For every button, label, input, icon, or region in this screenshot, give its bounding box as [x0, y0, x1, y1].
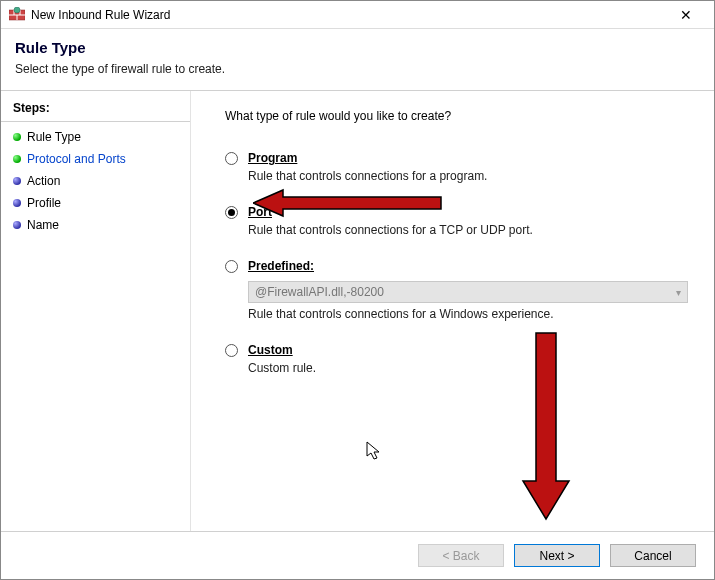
page-subtitle: Select the type of firewall rule to crea… [15, 62, 700, 76]
option-body: Program Rule that controls connections f… [248, 151, 690, 183]
option-label: Port [248, 205, 690, 219]
rule-type-options: Program Rule that controls connections f… [225, 151, 690, 375]
step-label: Rule Type [27, 130, 81, 144]
cursor-icon [366, 441, 382, 464]
option-body: Custom Custom rule. [248, 343, 690, 375]
step-name[interactable]: Name [1, 214, 190, 236]
titlebar: New Inbound Rule Wizard ✕ [1, 1, 714, 29]
step-label: Protocol and Ports [27, 152, 126, 166]
step-profile[interactable]: Profile [1, 192, 190, 214]
option-body: Port Rule that controls connections for … [248, 205, 690, 237]
option-desc: Rule that controls connections for a TCP… [248, 223, 690, 237]
next-button[interactable]: Next > [514, 544, 600, 567]
option-desc: Rule that controls connections for a Win… [248, 307, 690, 321]
option-desc: Custom rule. [248, 361, 690, 375]
option-predefined[interactable]: Predefined: @FirewallAPI.dll,-80200 ▾ Ru… [225, 259, 690, 321]
option-program[interactable]: Program Rule that controls connections f… [225, 151, 690, 183]
window-title: New Inbound Rule Wizard [31, 8, 666, 22]
option-label: Custom [248, 343, 690, 357]
steps-heading: Steps: [1, 97, 190, 122]
radio-custom[interactable] [225, 344, 238, 357]
step-bullet-icon [13, 221, 21, 229]
option-label: Predefined: [248, 259, 690, 273]
wizard-footer: < Back Next > Cancel [1, 531, 714, 579]
step-protocol-ports[interactable]: Protocol and Ports [1, 148, 190, 170]
option-desc: Rule that controls connections for a pro… [248, 169, 690, 183]
cancel-button[interactable]: Cancel [610, 544, 696, 567]
steps-sidebar: Steps: Rule Type Protocol and Ports Acti… [1, 91, 191, 531]
step-label: Name [27, 218, 59, 232]
step-bullet-icon [13, 133, 21, 141]
predefined-select: @FirewallAPI.dll,-80200 ▾ [248, 281, 688, 303]
option-label: Program [248, 151, 690, 165]
radio-port[interactable] [225, 206, 238, 219]
page-title: Rule Type [15, 39, 700, 56]
radio-program[interactable] [225, 152, 238, 165]
option-body: Predefined: @FirewallAPI.dll,-80200 ▾ Ru… [248, 259, 690, 321]
chevron-down-icon: ▾ [676, 287, 681, 298]
step-bullet-icon [13, 177, 21, 185]
option-custom[interactable]: Custom Custom rule. [225, 343, 690, 375]
wizard-content: What type of rule would you like to crea… [191, 91, 714, 531]
step-label: Profile [27, 196, 61, 210]
radio-predefined[interactable] [225, 260, 238, 273]
svg-point-5 [14, 7, 20, 13]
predefined-select-value: @FirewallAPI.dll,-80200 [255, 285, 384, 299]
option-port[interactable]: Port Rule that controls connections for … [225, 205, 690, 237]
wizard-header: Rule Type Select the type of firewall ru… [1, 29, 714, 90]
firewall-icon [9, 7, 25, 23]
step-action[interactable]: Action [1, 170, 190, 192]
content-question: What type of rule would you like to crea… [225, 109, 690, 123]
step-rule-type[interactable]: Rule Type [1, 126, 190, 148]
close-button[interactable]: ✕ [666, 7, 706, 23]
wizard-window: New Inbound Rule Wizard ✕ Rule Type Sele… [0, 0, 715, 580]
back-button: < Back [418, 544, 504, 567]
wizard-body: Steps: Rule Type Protocol and Ports Acti… [1, 91, 714, 531]
step-bullet-icon [13, 155, 21, 163]
step-label: Action [27, 174, 60, 188]
step-bullet-icon [13, 199, 21, 207]
